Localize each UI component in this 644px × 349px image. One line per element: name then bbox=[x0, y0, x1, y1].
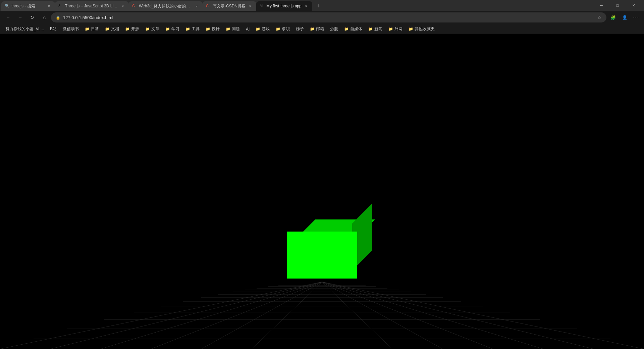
title-bar: 🔍threejs - 搜索×3Three.js – JavaScript 3D … bbox=[0, 0, 644, 11]
bookmark-label: 新闻 bbox=[374, 26, 382, 32]
extensions-button[interactable]: 🧩 bbox=[608, 12, 619, 23]
bookmark-label: 求职 bbox=[282, 26, 290, 32]
new-tab-button[interactable]: + bbox=[314, 1, 323, 11]
folder-icon: 📁 bbox=[185, 27, 190, 31]
tab-close-tab2[interactable]: × bbox=[120, 3, 125, 9]
tab-favicon-tab3: C bbox=[132, 4, 137, 8]
tab-close-tab4[interactable]: × bbox=[248, 3, 253, 9]
tab-favicon-tab1: 🔍 bbox=[5, 4, 9, 8]
home-button[interactable]: ⌂ bbox=[39, 12, 50, 23]
bookmark-label: 外网 bbox=[394, 26, 402, 32]
bookmark-item[interactable]: 📁学习 bbox=[163, 26, 182, 33]
tab-label-tab1: threejs - 搜索 bbox=[11, 3, 44, 9]
close-button[interactable]: ✕ bbox=[626, 0, 641, 11]
tab-tab1[interactable]: 🔍threejs - 搜索× bbox=[1, 1, 55, 11]
bookmark-label: 邮箱 bbox=[316, 26, 324, 32]
nav-row: ← → ↻ ⌂ 🔒 127.0.0.1:5500/index.html ☆ 🧩 … bbox=[0, 11, 644, 24]
bookmark-item[interactable]: 📁工具 bbox=[183, 26, 202, 33]
bookmark-item[interactable]: 📁新闻 bbox=[366, 26, 385, 33]
bookmark-item[interactable]: B站 bbox=[47, 26, 59, 33]
bookmark-label: 文章 bbox=[151, 26, 159, 32]
bookmark-item[interactable]: 📁邮箱 bbox=[307, 26, 327, 33]
tab-close-tab5[interactable]: × bbox=[304, 3, 309, 9]
bookmark-label: 日常 bbox=[91, 26, 99, 32]
tab-tab2[interactable]: 3Three.js – JavaScript 3D Library× bbox=[55, 1, 129, 11]
address-bar[interactable]: 🔒 127.0.0.1:5500/index.html ☆ bbox=[51, 12, 606, 22]
refresh-button[interactable]: ↻ bbox=[27, 12, 38, 23]
folder-icon: 📁 bbox=[125, 27, 130, 31]
tab-close-tab1[interactable]: × bbox=[46, 3, 52, 9]
bookmark-item[interactable]: 梯子 bbox=[293, 26, 307, 33]
bookmark-label: 炒股 bbox=[330, 26, 338, 32]
bookmark-item[interactable]: 📁开源 bbox=[122, 26, 142, 33]
bookmark-label: 微信读书 bbox=[63, 26, 79, 32]
bookmark-item[interactable]: 📁游戏 bbox=[253, 26, 272, 33]
bookmark-item[interactable]: 努力挣钱的小蛋_Vu... bbox=[3, 26, 47, 33]
tab-close-tab3[interactable]: × bbox=[194, 3, 199, 9]
bookmark-label: 设计 bbox=[212, 26, 220, 32]
bookmark-item[interactable]: AI bbox=[243, 26, 252, 32]
bookmark-label: 其他收藏夹 bbox=[415, 26, 435, 32]
tab-tab3[interactable]: CWeb3d_努力挣钱的小蛋的博客-× bbox=[129, 1, 203, 11]
folder-icon: 📁 bbox=[388, 27, 393, 31]
folder-icon: 📁 bbox=[165, 27, 170, 31]
bookmark-item[interactable]: 📁自媒体 bbox=[341, 26, 365, 33]
bookmark-label: 问题 bbox=[232, 26, 240, 32]
tab-favicon-tab2: 3 bbox=[58, 4, 63, 8]
bookmark-label: 开源 bbox=[131, 26, 139, 32]
bookmark-item[interactable]: 📁文档 bbox=[102, 26, 122, 33]
bookmark-item[interactable]: 炒股 bbox=[327, 26, 341, 33]
folder-icon: 📁 bbox=[276, 27, 280, 31]
bookmark-item[interactable]: 📁文章 bbox=[143, 26, 162, 33]
folder-icon: 📁 bbox=[226, 27, 230, 31]
folder-icon: 📁 bbox=[409, 27, 413, 31]
bookmark-item[interactable]: 📁其他收藏夹 bbox=[406, 26, 437, 33]
bookmark-item[interactable]: 📁外网 bbox=[386, 26, 405, 33]
folder-icon: 📁 bbox=[105, 27, 110, 31]
folder-icon: 📁 bbox=[310, 27, 315, 31]
cube-front-face bbox=[287, 232, 357, 279]
tab-favicon-tab4: C bbox=[206, 4, 211, 8]
3d-cube bbox=[287, 232, 357, 279]
page-content bbox=[0, 34, 644, 349]
tab-label-tab4: 写文章-CSDN博客 bbox=[213, 3, 246, 9]
profile-button[interactable]: 👤 bbox=[619, 12, 630, 23]
bookmarks-bar: 努力挣钱的小蛋_Vu...B站微信读书📁日常📁文档📁开源📁文章📁学习📁工具📁设计… bbox=[0, 24, 644, 34]
bookmark-label: 游戏 bbox=[262, 26, 270, 32]
tab-tab5[interactable]: MMy first three.js app× bbox=[256, 1, 312, 11]
bookmark-item[interactable]: 📁日常 bbox=[82, 26, 102, 33]
bookmark-label: 努力挣钱的小蛋_Vu... bbox=[5, 26, 44, 32]
bookmark-label: 文档 bbox=[111, 26, 119, 32]
window-controls: ─ □ ✕ bbox=[591, 0, 644, 11]
menu-button[interactable]: ⋯ bbox=[631, 12, 641, 23]
minimize-button[interactable]: ─ bbox=[594, 0, 609, 11]
bookmark-item[interactable]: 微信读书 bbox=[60, 26, 82, 33]
tab-label-tab3: Web3d_努力挣钱的小蛋的博客- bbox=[139, 3, 192, 9]
folder-icon: 📁 bbox=[256, 27, 260, 31]
tab-label-tab5: My first three.js app bbox=[266, 4, 302, 8]
folder-icon: 📁 bbox=[145, 27, 150, 31]
bookmark-label: 工具 bbox=[192, 26, 200, 32]
folder-icon: 📁 bbox=[368, 27, 373, 31]
bookmark-item[interactable]: 📁求职 bbox=[273, 26, 292, 33]
bookmark-item[interactable]: 📁设计 bbox=[203, 26, 222, 33]
tabs-row: 🔍threejs - 搜索×3Three.js – JavaScript 3D … bbox=[0, 0, 591, 11]
toolbar-right: 🧩 👤 ⋯ bbox=[608, 12, 641, 23]
bookmark-label: B站 bbox=[50, 26, 57, 32]
forward-button: → bbox=[15, 12, 25, 23]
folder-icon: 📁 bbox=[344, 27, 349, 31]
back-button: ← bbox=[3, 12, 13, 23]
star-icon[interactable]: ☆ bbox=[597, 15, 602, 20]
bookmark-label: 学习 bbox=[171, 26, 179, 32]
cube-wrapper bbox=[287, 232, 357, 279]
lock-icon: 🔒 bbox=[56, 15, 60, 20]
tab-label-tab2: Three.js – JavaScript 3D Library bbox=[65, 4, 118, 8]
tab-tab4[interactable]: C写文章-CSDN博客× bbox=[203, 1, 256, 11]
bookmark-label: 自媒体 bbox=[350, 26, 362, 32]
browser-window: 🔍threejs - 搜索×3Three.js – JavaScript 3D … bbox=[0, 0, 644, 349]
folder-icon: 📁 bbox=[206, 27, 210, 31]
bookmark-item[interactable]: 📁问题 bbox=[223, 26, 243, 33]
maximize-button[interactable]: □ bbox=[610, 0, 625, 11]
bookmark-label: 梯子 bbox=[296, 26, 304, 32]
url-text: 127.0.0.1:5500/index.html bbox=[63, 15, 595, 20]
